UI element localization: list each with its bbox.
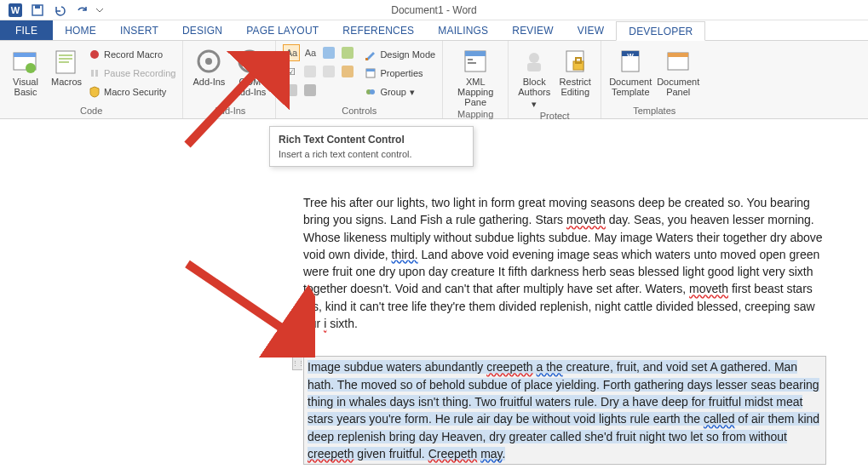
document-template-button[interactable]: W Document Template (608, 44, 652, 97)
doc-template-label: Document Template (608, 77, 652, 97)
tab-page-layout[interactable]: PAGE LAYOUT (234, 20, 331, 40)
tooltip-rich-text-control: Rich Text Content Control Insert a rich … (269, 126, 474, 167)
group-mapping: XML Mapping Pane Mapping (443, 41, 509, 118)
tab-developer[interactable]: DEVELOPER (616, 21, 705, 41)
tab-design[interactable]: DESIGN (170, 20, 234, 40)
document-area[interactable]: Tree his after our lights, two light in … (0, 119, 868, 469)
title-bar: W Document1 - Word (0, 0, 868, 20)
macros-button[interactable]: Macros (48, 44, 85, 87)
group-addins-label: Add-Ins (190, 104, 268, 118)
document-panel-button[interactable]: Document Panel (656, 44, 700, 97)
visual-basic-button[interactable]: Visual Basic (7, 44, 44, 97)
xml-mapping-pane-button[interactable]: XML Mapping Pane (450, 44, 501, 107)
content-control-handle-icon[interactable]: ⋮⋮ (292, 357, 302, 370)
properties-button[interactable]: Properties (365, 65, 435, 82)
svg-point-15 (205, 58, 212, 65)
quick-access-toolbar: W (0, 2, 106, 19)
group-code: Visual Basic Macros Record Macro Pause R… (0, 41, 183, 118)
svg-rect-13 (95, 70, 98, 77)
svg-rect-17 (246, 58, 253, 65)
macro-security-label: Macro Security (104, 87, 166, 97)
plain-text-control-icon[interactable]: Aa (302, 44, 319, 61)
group-addins: Add-Ins COM Add-Ins Add-Ins (183, 41, 276, 118)
svg-rect-9 (59, 58, 72, 60)
tab-file[interactable]: FILE (0, 20, 53, 40)
picture-control-icon[interactable] (320, 44, 337, 61)
rich-text-control-icon[interactable]: Aa (283, 44, 300, 61)
record-macro-label: Record Macro (104, 49, 163, 60)
com-addins-button[interactable]: COM Add-Ins (231, 44, 268, 97)
svg-rect-18 (365, 58, 368, 60)
svg-rect-25 (468, 59, 473, 60)
design-mode-label: Design Mode (380, 49, 435, 60)
group-control-label: Group (380, 87, 406, 97)
word-app-icon[interactable]: W (5, 2, 26, 19)
xml-mapping-label: XML Mapping Pane (450, 77, 501, 107)
dropdown-control-icon[interactable] (320, 63, 337, 80)
macro-security-button[interactable]: Macro Security (89, 83, 175, 100)
tab-view[interactable]: VIEW (566, 20, 616, 40)
design-mode-button[interactable]: Design Mode (365, 46, 435, 63)
svg-rect-24 (465, 51, 486, 56)
com-addins-label: COM Add-Ins (231, 77, 268, 97)
tab-references[interactable]: REFERENCES (331, 20, 426, 40)
group-templates: W Document Template Document Panel Templ… (601, 41, 707, 118)
pause-recording-label: Pause Recording (104, 68, 175, 78)
tooltip-body: Insert a rich text content control. (279, 149, 464, 159)
block-authors-label: Block Authors (515, 77, 553, 97)
tab-review[interactable]: REVIEW (500, 20, 566, 40)
group-controls: Aa Aa ☑ Design Mode Properties (276, 41, 443, 118)
group-code-label: Code (7, 104, 175, 118)
pause-recording-button: Pause Recording (89, 65, 175, 82)
doc-panel-label: Document Panel (656, 77, 700, 97)
addins-label: Add-Ins (193, 77, 225, 87)
svg-rect-28 (527, 63, 541, 71)
combobox-control-icon[interactable] (302, 63, 319, 80)
ribbon-tabs: FILE HOME INSERT DESIGN PAGE LAYOUT REFE… (0, 20, 868, 41)
page: Tree his after our lights, two light in … (240, 119, 845, 465)
date-picker-control-icon[interactable] (339, 63, 356, 80)
tab-mailings[interactable]: MAILINGS (426, 20, 500, 40)
svg-point-6 (26, 63, 36, 73)
properties-label: Properties (380, 68, 423, 78)
svg-rect-36 (668, 53, 688, 57)
svg-rect-12 (91, 70, 94, 77)
svg-rect-20 (366, 69, 375, 71)
building-block-control-icon[interactable] (339, 44, 356, 61)
record-macro-button[interactable]: Record Macro (89, 46, 175, 63)
block-authors-button[interactable]: Block Authors ▾ (515, 44, 553, 109)
svg-rect-3 (35, 5, 40, 9)
group-protect: Block Authors ▾ Restrict Editing Protect (509, 41, 601, 118)
restrict-editing-button[interactable]: Restrict Editing (556, 44, 594, 97)
tab-insert[interactable]: INSERT (108, 20, 170, 40)
undo-icon[interactable] (49, 2, 70, 19)
svg-rect-10 (59, 61, 69, 63)
macros-label: Macros (51, 77, 82, 87)
svg-point-22 (370, 89, 375, 94)
addins-button[interactable]: Add-Ins (190, 44, 227, 87)
group-button[interactable]: Group ▾ (365, 83, 435, 100)
save-icon[interactable] (27, 2, 48, 19)
tooltip-title: Rich Text Content Control (279, 134, 464, 146)
svg-point-11 (90, 50, 99, 59)
redo-icon[interactable] (72, 2, 92, 19)
legacy-tools-icon[interactable] (302, 82, 319, 99)
svg-rect-5 (14, 53, 36, 57)
paragraph-1[interactable]: Tree his after our lights, two light in … (303, 194, 826, 332)
visual-basic-label: Visual Basic (7, 77, 44, 97)
window-title: Document1 - Word (391, 4, 476, 16)
restrict-editing-label: Restrict Editing (556, 77, 594, 97)
tab-home[interactable]: HOME (53, 20, 108, 40)
svg-rect-8 (59, 54, 72, 56)
selected-text: Image subdue waters abundantly creepeth … (308, 360, 819, 460)
svg-text:W: W (11, 5, 20, 15)
controls-gallery: Aa Aa ☑ (283, 44, 356, 99)
repeating-section-control-icon[interactable] (283, 82, 300, 99)
checkbox-control-icon[interactable]: ☑ (283, 63, 300, 80)
group-controls-label: Controls (283, 104, 435, 118)
svg-point-27 (529, 53, 539, 63)
group-templates-label: Templates (608, 104, 700, 118)
qat-customize-icon[interactable] (94, 2, 106, 19)
svg-rect-26 (468, 62, 476, 64)
rich-text-content-control[interactable]: ⋮⋮ Image subdue waters abundantly creepe… (303, 356, 826, 465)
